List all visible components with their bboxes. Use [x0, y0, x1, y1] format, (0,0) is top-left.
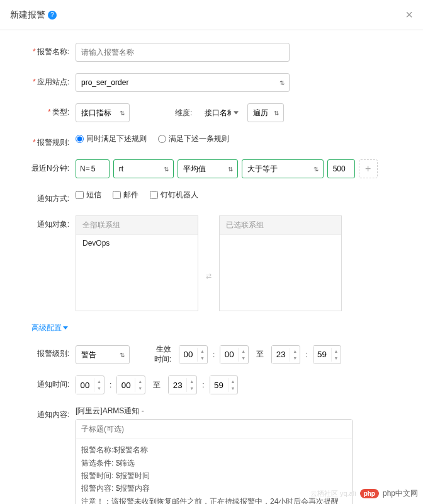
type-select[interactable]: 接口指标	[76, 103, 130, 122]
chevron-down-icon	[63, 326, 68, 329]
label-notify-method: 通知方式:	[0, 190, 76, 204]
label-notify-time: 通知时间:	[0, 375, 76, 390]
app-site-select[interactable]: pro_ser_order	[76, 73, 290, 92]
notify-m1[interactable]: ▲▼	[116, 375, 145, 394]
label-alarm-rule: 报警规则:	[0, 134, 76, 148]
dimension-mode-select[interactable]: 遍历	[247, 103, 284, 122]
list-item[interactable]: DevOps	[76, 235, 198, 251]
alarm-name-input[interactable]	[76, 43, 290, 62]
php-badge-icon: php	[360, 489, 379, 498]
effect-m2[interactable]: ▲▼	[313, 345, 342, 364]
subtitle-input[interactable]	[76, 420, 352, 438]
n-input-wrap: N=	[76, 159, 110, 178]
selected-contacts-header: 已选联系组	[220, 216, 341, 235]
all-contacts-list: 全部联系组 DevOps	[76, 215, 198, 311]
selected-contacts-list: 已选联系组	[219, 215, 342, 311]
n-value-input[interactable]	[90, 161, 105, 177]
label-app-site: 应用站点:	[0, 73, 76, 88]
close-icon[interactable]: ×	[405, 8, 413, 22]
rule-all-radio[interactable]: 同时满足下述规则	[76, 134, 147, 144]
agg-select[interactable]: 平均值	[178, 159, 238, 178]
op-select[interactable]: 大于等于	[242, 159, 324, 178]
notify-h2[interactable]: ▲▼	[168, 375, 197, 394]
advanced-toggle[interactable]: 高级配置	[0, 323, 413, 333]
dimension-name-select[interactable]: 接口名称	[200, 103, 244, 122]
email-checkbox[interactable]: 邮件	[113, 190, 138, 200]
label-effect-time: 生效时间:	[149, 345, 175, 364]
level-select[interactable]: 警告	[76, 345, 130, 364]
effect-h2[interactable]: ▲▼	[271, 345, 300, 364]
footer-brand: 云栖社区 yq.ali php php中文网	[310, 488, 418, 499]
dingtalk-checkbox[interactable]: 钉钉机器人	[150, 190, 198, 200]
sms-checkbox[interactable]: 短信	[76, 190, 101, 200]
modal-title: 新建报警 ?	[10, 9, 57, 21]
transfer-arrows[interactable]: ⇄	[202, 247, 215, 280]
label-alarm-name: 报警名称:	[0, 43, 76, 57]
effect-m1[interactable]: ▲▼	[220, 345, 249, 364]
all-contacts-header: 全部联系组	[76, 216, 198, 235]
add-rule-button[interactable]: +	[359, 159, 378, 178]
label-alarm-level: 报警级别:	[0, 345, 76, 359]
effect-h1[interactable]: ▲▼	[179, 345, 208, 364]
rule-any-radio[interactable]: 满足下述一条规则	[158, 134, 229, 144]
notify-h1[interactable]: ▲▼	[76, 375, 104, 394]
label-dimension: 维度:	[171, 108, 196, 118]
label-last-n: 最近N分钟:	[0, 159, 76, 174]
arrow-right-icon[interactable]: ⇄	[206, 272, 212, 280]
help-icon[interactable]: ?	[48, 11, 57, 20]
content-prefix: [阿里云]ARMS通知 -	[76, 406, 144, 416]
notify-m2[interactable]: ▲▼	[210, 375, 239, 394]
metric-select[interactable]: rt	[113, 159, 174, 178]
label-notify-target: 通知对象:	[0, 215, 76, 230]
label-type: 类型:	[0, 103, 76, 118]
threshold-input[interactable]	[327, 159, 355, 178]
label-notify-content: 通知内容:	[0, 406, 76, 420]
